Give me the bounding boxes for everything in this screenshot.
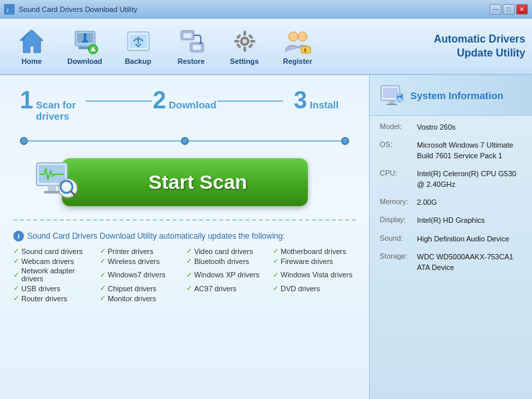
svg-rect-27 [247, 43, 253, 49]
minimize-button[interactable]: — [489, 4, 501, 15]
info-icon: i [13, 231, 24, 241]
driver-item: ✓Network adapter drivers [13, 267, 96, 283]
driver-label: Router drivers [21, 295, 67, 303]
sysinfo-row: Model:Vostro 260s [380, 122, 522, 132]
sysinfo-icon: ✓ [380, 83, 404, 107]
step-2-header: 2 Download [153, 88, 217, 112]
driver-item: ✓Fireware drivers [273, 257, 356, 265]
scan-icon-area [33, 158, 80, 207]
download-icon [71, 27, 99, 55]
toolbar-download[interactable]: Download [60, 21, 110, 71]
driver-item: ✓Video card drivers [186, 247, 269, 255]
svg-rect-24 [235, 34, 241, 39]
maximize-button[interactable]: □ [503, 4, 515, 15]
close-button[interactable]: ✕ [516, 4, 528, 15]
svg-rect-20 [243, 31, 246, 36]
driver-item: ✓USB drivers [13, 284, 96, 293]
step-2-number: 2 [153, 88, 166, 112]
title-bar: ♪ Sound Card Drivers Download Utility — … [0, 0, 532, 19]
sysinfo-row: Sound:High Definition Audio Device [380, 234, 522, 244]
toolbar-backup[interactable]: Backup [113, 21, 163, 71]
svg-text:✓: ✓ [398, 99, 401, 103]
toolbar-home[interactable]: Home [7, 21, 57, 71]
driver-label: Bluetooth drivers [194, 257, 249, 265]
window-controls: — □ ✕ [489, 4, 528, 15]
svg-rect-14 [184, 33, 192, 38]
sysinfo-key: Memory: [380, 198, 412, 207]
toolbar-restore[interactable]: Restore [166, 21, 216, 71]
check-icon: ✓ [186, 284, 192, 293]
driver-label: Windows7 drivers [108, 271, 166, 279]
sysinfo-value: Vostro 260s [417, 122, 456, 132]
info-title: i Sound Card Drivers Download Utility au… [13, 231, 356, 241]
start-scan-button[interactable]: Start Scan [62, 158, 308, 206]
svg-rect-22 [234, 40, 239, 43]
check-icon: ✓ [13, 257, 19, 265]
sysinfo-value: Microsoft Windows 7 Ultimate Build 7601 … [417, 140, 522, 161]
svg-rect-34 [48, 186, 56, 191]
sysinfo-title: System Information [410, 90, 503, 101]
toolbar-restore-label: Restore [178, 57, 205, 65]
sysinfo-value: Intel(R) HD Graphics [417, 215, 485, 225]
window-title: Sound Card Drivers Download Utility [19, 5, 489, 13]
register-icon: $ [284, 27, 312, 55]
driver-item: ✓Sound card drivers [13, 247, 96, 255]
check-icon: ✓ [186, 257, 192, 265]
driver-label: Wireless drivers [108, 257, 160, 265]
driver-item: ✓DVD drivers [273, 284, 356, 293]
check-icon: ✓ [273, 247, 279, 255]
svg-point-28 [289, 32, 298, 41]
computer-scan-icon [33, 158, 80, 204]
check-icon: ✓ [273, 284, 279, 293]
toolbar-register-label: Register [283, 57, 312, 65]
driver-item: ✓Router drivers [13, 294, 96, 303]
driver-item: ✓Windows7 drivers [100, 267, 183, 283]
home-icon [18, 27, 46, 55]
backup-icon [124, 27, 152, 55]
settings-icon [231, 27, 259, 55]
svg-rect-42 [386, 104, 397, 105]
svg-text:♪: ♪ [6, 6, 9, 13]
svg-rect-25 [247, 34, 253, 39]
step-1-label: Scan for drivers [36, 99, 86, 122]
svg-rect-21 [243, 47, 246, 52]
check-icon: ✓ [13, 294, 19, 303]
toolbar-settings[interactable]: Settings [219, 21, 269, 71]
main-area: 1 Scan for drivers 2 Download 3 Install [0, 75, 532, 399]
sysinfo-value: High Definition Audio Device [417, 234, 509, 244]
steps-container: 1 Scan for drivers 2 Download 3 Install [13, 88, 356, 127]
sysinfo-value: WDC WD5000AAKX-753CA1 ATA Device [417, 252, 522, 273]
sysinfo-value: 2.00G [417, 198, 437, 207]
scan-btn-container: Start Scan [13, 158, 356, 206]
driver-item: ✓Windows XP drivers [186, 267, 269, 283]
check-icon: ✓ [273, 257, 279, 265]
info-section: i Sound Card Drivers Download Utility au… [13, 227, 356, 306]
step-1-number: 1 [20, 88, 33, 112]
driver-item: ✓Wireless drivers [100, 257, 183, 265]
check-icon: ✓ [100, 294, 106, 303]
step-3-header: 3 Install [294, 88, 338, 112]
driver-label: Printer drivers [108, 247, 153, 255]
sysinfo-key: Model: [380, 122, 412, 132]
sysinfo-value: Intel(R) Celeron(R) CPU G530 @ 2.40GHz [417, 169, 522, 190]
step-connector-2 [217, 88, 283, 102]
connector-line-1 [86, 100, 152, 102]
separator [13, 219, 356, 221]
app-icon: ♪ [4, 4, 15, 15]
driver-label: Windows XP drivers [194, 271, 259, 279]
driver-item: ✓Bluetooth drivers [186, 257, 269, 265]
check-icon: ✓ [100, 257, 106, 265]
toolbar-register[interactable]: $ Register [273, 21, 323, 71]
check-icon: ✓ [13, 271, 19, 279]
driver-label: Monitor drivers [108, 295, 156, 303]
driver-item: ✓Monitor drivers [100, 294, 183, 303]
check-icon: ✓ [186, 271, 192, 279]
driver-grid: ✓Sound card drivers✓Printer drivers✓Vide… [13, 247, 356, 303]
driver-item: ✓AC97 drivers [186, 284, 269, 293]
check-icon: ✓ [13, 247, 19, 255]
driver-item: ✓Printer drivers [100, 247, 183, 255]
check-icon: ✓ [100, 247, 106, 255]
check-icon: ✓ [100, 284, 106, 293]
svg-text:$: $ [304, 48, 307, 53]
driver-label: Motherboard drivers [281, 247, 346, 255]
